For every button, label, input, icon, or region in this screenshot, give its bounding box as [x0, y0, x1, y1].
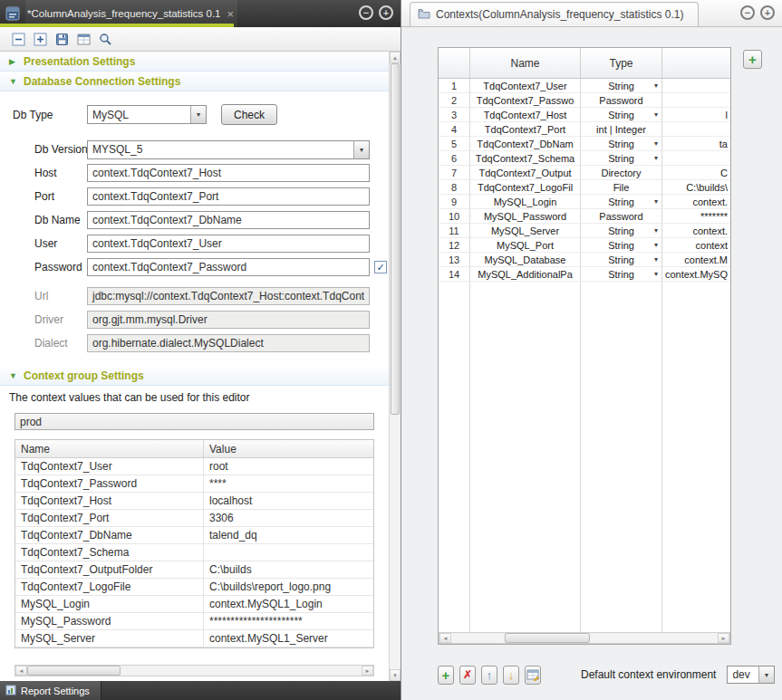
- context-name-cell[interactable]: TdqContext7_DbNam: [470, 137, 581, 151]
- context-type-cell[interactable]: String▾: [581, 224, 662, 238]
- context-value-cell[interactable]: C: [662, 166, 730, 180]
- maximize-button[interactable]: +: [379, 5, 393, 20]
- context-value-cell[interactable]: *******: [662, 209, 730, 224]
- environment-select[interactable]: dev ▾: [727, 666, 775, 684]
- context-name-cell[interactable]: TdqContext7_Output: [470, 166, 581, 180]
- context-value-cell[interactable]: [662, 151, 730, 166]
- add-context-column-button[interactable]: +: [743, 50, 762, 69]
- context-name-cell[interactable]: TdqContext7_User: [470, 79, 581, 93]
- context-value-cell[interactable]: context.MySQ: [662, 267, 730, 282]
- close-icon[interactable]: ×: [227, 7, 234, 21]
- context-value-cell[interactable]: context: [662, 238, 730, 253]
- context-name-cell[interactable]: TdqContext7_Host: [470, 108, 581, 122]
- context-type-cell[interactable]: Password: [581, 93, 662, 108]
- password-context-checkbox[interactable]: ✓: [374, 261, 387, 273]
- expand-all-button[interactable]: [33, 32, 48, 47]
- context-name-cell[interactable]: TdqContext7_LogoFil: [470, 180, 581, 195]
- port-input[interactable]: context.TdqContext7_Port: [87, 187, 370, 206]
- move-up-button[interactable]: ↑: [481, 666, 497, 685]
- user-input[interactable]: context.TdqContext7_User: [87, 235, 370, 253]
- context-type-cell[interactable]: String▾: [581, 238, 662, 253]
- context-value-cell[interactable]: [662, 79, 730, 93]
- context-value-cell[interactable]: ta: [662, 137, 730, 151]
- context-name-cell[interactable]: MySQL_Database: [470, 253, 581, 267]
- db-version-select[interactable]: MYSQL_5 ▾: [87, 140, 370, 159]
- user-row: User context.TdqContext7_User: [0, 232, 389, 255]
- context-name-cell[interactable]: MySQL_Server: [470, 224, 581, 238]
- column-header-index: [439, 48, 470, 79]
- tab-report-settings[interactable]: Report Settings: [0, 681, 101, 700]
- contexts-table: Name Type 1TdqContext7_UserString▾ 2TdqC…: [438, 47, 731, 645]
- context-group-name-field[interactable]: prod: [14, 413, 374, 430]
- context-name-cell[interactable]: MySQL_Password: [470, 209, 581, 224]
- context-type-cell[interactable]: File: [581, 180, 662, 195]
- context-type-cell[interactable]: String▾: [581, 267, 662, 282]
- minimize-button[interactable]: −: [359, 5, 373, 20]
- column-header-name: Name: [470, 48, 581, 79]
- host-input[interactable]: context.TdqContext7_Host: [87, 164, 370, 182]
- move-down-button[interactable]: ↓: [503, 666, 519, 685]
- context-value-cell[interactable]: [662, 122, 730, 137]
- context-value-cell[interactable]: [662, 93, 730, 108]
- db-type-select[interactable]: MySQL ▾: [87, 105, 207, 124]
- left-vertical-scrollbar[interactable]: ▲ ▼: [389, 52, 401, 681]
- context-value-cell[interactable]: C:\builds\: [662, 180, 730, 195]
- minimize-button[interactable]: −: [740, 5, 755, 20]
- context-name-cell[interactable]: MySQL_Login: [470, 195, 581, 209]
- section-context-group-settings[interactable]: ▼ Context group Settings: [0, 366, 389, 386]
- tab-contexts[interactable]: Contexts(ColumnAnalysis_frequency_statis…: [410, 2, 699, 26]
- scrollbar-thumb[interactable]: [391, 63, 400, 415]
- remove-variable-button[interactable]: ✗: [459, 666, 476, 685]
- db-name-input[interactable]: context.TdqContext7_DbName: [87, 211, 370, 229]
- zoom-icon[interactable]: [98, 32, 113, 47]
- context-type-cell[interactable]: String▾: [581, 253, 662, 267]
- column-header-value: Value: [204, 440, 373, 457]
- context-name-cell[interactable]: TdqContext7_Schema: [470, 151, 581, 166]
- editor-titlebar: *ColumnAnalysis_frequency_statistics 0.1…: [0, 0, 401, 27]
- scrollbar-thumb[interactable]: [27, 666, 121, 676]
- collapse-all-button[interactable]: [11, 32, 26, 47]
- section-title: Database Connection Settings: [24, 75, 180, 88]
- context-type-cell[interactable]: String▾: [581, 108, 662, 122]
- context-type-cell[interactable]: Password: [581, 209, 662, 224]
- scroll-right-icon[interactable]: ►: [718, 633, 729, 643]
- context-value-cell[interactable]: context.M: [662, 253, 730, 267]
- context-value-cell[interactable]: context.: [662, 224, 730, 238]
- contexts-icon: [418, 8, 430, 22]
- context-name-cell[interactable]: TdqContext7_Port: [470, 122, 581, 137]
- section-database-connection-settings[interactable]: ▼ Database Connection Settings: [0, 72, 389, 91]
- context-values-table: Name Value TdqContext7_Userroot TdqConte…: [14, 439, 374, 648]
- generate-report-button[interactable]: [76, 32, 92, 47]
- context-name-cell[interactable]: MySQL_AdditionalPa: [470, 267, 581, 282]
- scrollbar-thumb[interactable]: [505, 633, 590, 643]
- context-type-cell[interactable]: String▾: [581, 151, 662, 166]
- scroll-left-icon[interactable]: ◄: [439, 633, 451, 643]
- context-name-cell[interactable]: TdqContext7_Passwo: [470, 93, 581, 108]
- db-name-row: Db Name context.TdqContext7_DbName: [0, 208, 389, 232]
- context-value-cell[interactable]: l: [662, 108, 730, 122]
- scroll-up-icon[interactable]: ▲: [390, 52, 401, 63]
- left-horizontal-scrollbar[interactable]: ◄ ►: [14, 665, 374, 676]
- table-row: TdqContext7_Hostlocalhost: [15, 493, 373, 510]
- row-number: 10: [439, 209, 470, 224]
- maximize-button[interactable]: +: [760, 5, 775, 20]
- expanded-arrow-icon: ▼: [9, 77, 17, 86]
- add-variable-button[interactable]: +: [438, 666, 454, 685]
- contexts-horizontal-scrollbar[interactable]: ◄ ►: [439, 632, 730, 644]
- scroll-right-icon[interactable]: ►: [362, 666, 373, 676]
- scroll-left-icon[interactable]: ◄: [15, 666, 27, 676]
- context-type-cell[interactable]: Directory: [581, 166, 662, 180]
- context-type-cell[interactable]: int | Integer: [581, 122, 662, 137]
- context-type-cell[interactable]: String▾: [581, 195, 662, 209]
- scroll-down-icon[interactable]: ▼: [390, 669, 401, 681]
- save-button[interactable]: [54, 32, 70, 47]
- chevron-down-icon: ▾: [654, 197, 658, 206]
- reuse-context-button[interactable]: [525, 666, 541, 685]
- context-type-cell[interactable]: String▾: [581, 137, 662, 151]
- section-presentation-settings[interactable]: ▶ Presentation Settings: [0, 52, 389, 72]
- context-type-cell[interactable]: String▾: [581, 79, 662, 93]
- context-name-cell[interactable]: MySQL_Port: [470, 238, 581, 253]
- check-connection-button[interactable]: Check: [221, 104, 277, 125]
- context-value-cell[interactable]: context.: [662, 195, 730, 209]
- password-input[interactable]: context.TdqContext7_Password: [87, 258, 370, 276]
